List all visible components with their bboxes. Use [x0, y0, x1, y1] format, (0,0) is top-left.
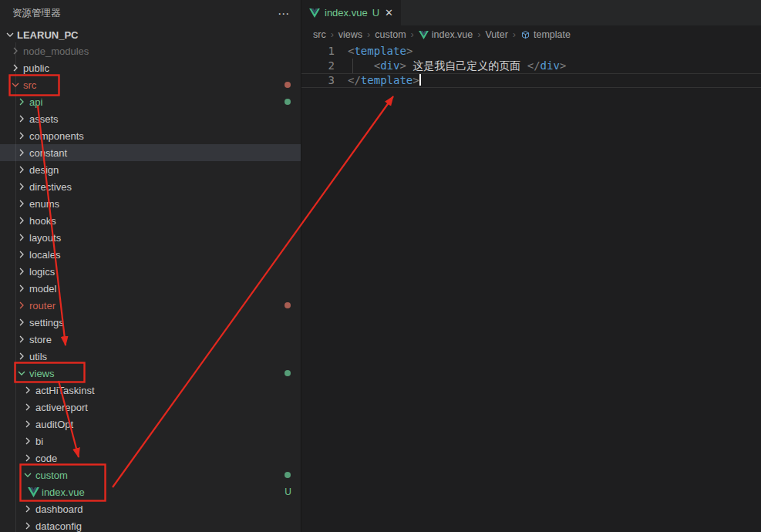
root-folder-label: LEARUN_PC	[17, 29, 78, 41]
editor-group: index.vue U ✕ src›views›custom›index.vue…	[301, 0, 761, 532]
code-line-1[interactable]: 1<template>	[301, 44, 761, 59]
tree-item-label: bi	[35, 436, 43, 447]
tab-index-vue[interactable]: index.vue U ✕	[301, 0, 401, 25]
tree-item-label: code	[35, 453, 57, 464]
tree-item-constant[interactable]: constant	[0, 144, 301, 161]
tree-item-label: model	[29, 283, 56, 295]
tree-item-dashboard[interactable]: dashboard	[0, 500, 301, 517]
tree-item-model[interactable]: model	[0, 280, 301, 297]
tree-item-node_modules[interactable]: node_modules	[0, 42, 301, 59]
tree-item-design[interactable]: design	[0, 161, 301, 178]
tree-item-label: settings	[29, 317, 64, 328]
chevron-right-icon[interactable]	[15, 113, 28, 125]
tree-item-components[interactable]: components	[0, 127, 301, 144]
tree-item-bi[interactable]: bi	[0, 433, 301, 450]
tree-item-label: design	[29, 164, 59, 176]
tree-item-layouts[interactable]: layouts	[0, 229, 301, 246]
breadcrumb-label: index.vue	[432, 29, 473, 40]
breadcrumb-item-Vuter[interactable]: Vuter	[485, 29, 507, 40]
tree-item-enums[interactable]: enums	[0, 195, 301, 212]
tree-item-api[interactable]: api	[0, 93, 301, 110]
tree-item-index.vue[interactable]: index.vueU	[0, 483, 301, 500]
tree-item-custom[interactable]: custom	[0, 466, 301, 483]
tree-item-label: components	[29, 130, 84, 142]
code-editor[interactable]: 1<template>2 <div> 这是我自己定义的页面 </div>3</t…	[301, 44, 761, 88]
code-line-2[interactable]: 2 <div> 这是我自己定义的页面 </div>	[301, 59, 761, 73]
tree-item-dataconfig[interactable]: dataconfig	[0, 517, 301, 532]
chevron-right-icon[interactable]	[15, 333, 28, 345]
more-actions-icon[interactable]: ⋯	[278, 8, 290, 19]
tree-item-label: constant	[29, 147, 67, 159]
chevron-right-icon[interactable]	[22, 503, 34, 515]
vue-file-icon	[309, 8, 320, 18]
tree-item-code[interactable]: code	[0, 450, 301, 466]
chevron-right-icon[interactable]	[22, 384, 34, 396]
tree-item-views[interactable]: views	[0, 365, 301, 382]
tree-item-logics[interactable]: logics	[0, 263, 301, 280]
tab-bar: index.vue U ✕	[301, 0, 761, 25]
chevron-right-icon[interactable]	[15, 96, 28, 108]
chevron-right-icon[interactable]	[15, 130, 28, 142]
chevron-right-icon[interactable]	[15, 265, 28, 278]
chevron-right-icon[interactable]	[15, 163, 28, 176]
chevron-right-icon[interactable]	[22, 435, 34, 447]
chevron-right-icon[interactable]	[15, 214, 28, 227]
tree-item-locales[interactable]: locales	[0, 246, 301, 263]
tree-item-hooks[interactable]: hooks	[0, 212, 301, 229]
file-tree: node_modulespublicsrcapiassetscomponents…	[0, 42, 301, 532]
vue-file-icon	[419, 31, 429, 39]
breadcrumb-item-custom[interactable]: custom	[375, 29, 406, 40]
tree-item-directives[interactable]: directives	[0, 178, 301, 195]
tree-item-label: assets	[29, 113, 59, 125]
chevron-right-icon[interactable]	[15, 299, 28, 311]
chevron-down-icon[interactable]	[15, 367, 28, 379]
tree-item-settings[interactable]: settings	[0, 314, 301, 331]
chevron-right-icon[interactable]	[15, 180, 28, 193]
chevron-right-icon[interactable]	[22, 452, 34, 464]
chevron-right-icon[interactable]	[15, 282, 28, 295]
code-text: <div> 这是我自己定义的页面 </div>	[348, 59, 566, 73]
tree-item-label: enums	[29, 198, 59, 210]
breadcrumb-label: Vuter	[485, 29, 507, 40]
tree-item-label: actHiTaskinst	[35, 385, 95, 396]
breadcrumb-item-template[interactable]: template	[520, 29, 571, 40]
chevron-down-icon[interactable]	[22, 469, 34, 481]
tree-item-assets[interactable]: assets	[0, 110, 301, 127]
chevron-right-icon[interactable]	[15, 197, 28, 210]
untracked-badge: U	[285, 487, 291, 497]
breadcrumb-item-src[interactable]: src	[313, 29, 326, 40]
chevron-right-icon[interactable]	[15, 146, 28, 159]
tree-indent-guide	[15, 42, 16, 532]
chevron-right-icon[interactable]	[22, 520, 34, 532]
tree-item-public[interactable]: public	[0, 59, 301, 76]
breadcrumb-label: custom	[375, 29, 406, 40]
modified-dot-badge	[285, 302, 291, 308]
sidebar-header: 资源管理器 ⋯	[0, 0, 301, 27]
tree-item-router[interactable]: router	[0, 297, 301, 314]
tree-item-utils[interactable]: utils	[0, 348, 301, 365]
chevron-right-icon[interactable]	[22, 401, 34, 413]
tree-item-label: utils	[29, 351, 47, 362]
breadcrumb-item-views[interactable]: views	[338, 29, 362, 40]
code-text: <template>	[348, 44, 412, 59]
chevron-right-icon[interactable]	[15, 316, 28, 328]
code-line-3[interactable]: 3</template>	[301, 73, 761, 88]
tree-item-store[interactable]: store	[0, 331, 301, 348]
tree-item-actHiTaskinst[interactable]: actHiTaskinst	[0, 382, 301, 399]
tree-item-label: hooks	[29, 215, 56, 227]
tree-item-label: api	[29, 96, 42, 108]
chevron-right-icon[interactable]	[15, 231, 28, 244]
untracked-dot-badge	[285, 472, 291, 478]
chevron-right-icon[interactable]	[15, 350, 28, 362]
breadcrumb-item-index.vue[interactable]: index.vue	[419, 29, 473, 40]
chevron-right-icon[interactable]	[22, 418, 34, 430]
chevron-down-icon	[4, 29, 16, 41]
tree-root-learun-pc[interactable]: LEARUN_PC	[0, 27, 301, 42]
breadcrumb-separator: ›	[513, 29, 516, 40]
tree-item-activereport[interactable]: activereport	[0, 399, 301, 416]
text-cursor	[419, 74, 421, 86]
chevron-right-icon[interactable]	[15, 248, 28, 261]
tree-item-auditOpt[interactable]: auditOpt	[0, 416, 301, 433]
tree-item-src[interactable]: src	[0, 76, 301, 93]
close-icon[interactable]: ✕	[385, 7, 393, 19]
